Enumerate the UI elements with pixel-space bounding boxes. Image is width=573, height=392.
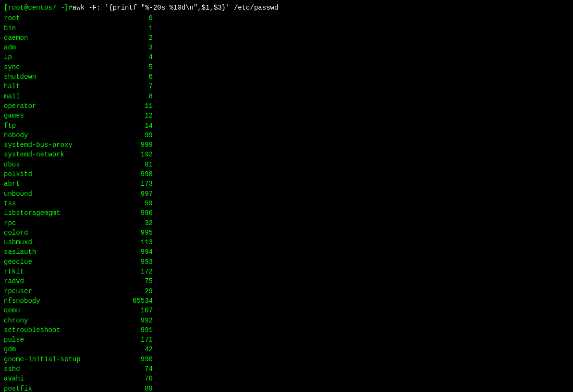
data-table: root0bin1daemon2adm3lp4sync5shutdown6hal…: [4, 13, 569, 392]
row-name: libstoragemgmt: [4, 208, 114, 218]
table-row: dbus81: [4, 160, 167, 169]
row-name: tss: [4, 199, 114, 208]
row-uid: 74: [114, 364, 153, 374]
table-row: rtkit172: [4, 267, 167, 276]
table-row: nfsnobody65534: [4, 296, 167, 306]
table-row: sync5: [4, 62, 167, 72]
row-name: abrt: [4, 179, 114, 189]
row-uid: 192: [114, 150, 153, 159]
row-uid: 7: [114, 82, 153, 91]
row-name: colord: [4, 228, 114, 238]
table-row: rpc32: [4, 218, 167, 228]
row-name: bin: [4, 24, 114, 33]
row-uid: 2: [114, 33, 153, 43]
prompt-user: root: [8, 4, 24, 12]
table-row: nobody99: [4, 131, 167, 140]
row-name: dbus: [4, 160, 114, 169]
row-uid: 171: [114, 335, 153, 344]
row-name: rpc: [4, 218, 114, 228]
table-row: setroubleshoot991: [4, 325, 167, 335]
prompt-line: [root@centos7 ~]#awk -F: '{printf "%-20s…: [4, 3, 569, 12]
row-uid: 32: [114, 218, 153, 228]
table-row: mail8: [4, 92, 167, 101]
row-uid: 29: [114, 286, 153, 296]
row-uid: 81: [114, 160, 153, 169]
table-row: root0: [4, 13, 167, 23]
table-row: tss59: [4, 199, 167, 208]
table-row: geoclue993: [4, 257, 167, 267]
row-name: systemd-network: [4, 150, 114, 159]
table-row: pulse171: [4, 335, 167, 344]
table-row: bin1: [4, 24, 167, 33]
row-name: rpcuser: [4, 286, 114, 296]
row-uid: 173: [114, 179, 153, 189]
row-uid: 1: [114, 24, 153, 33]
row-uid: 70: [114, 374, 153, 383]
row-uid: 14: [114, 121, 153, 131]
table-row: shutdown6: [4, 72, 167, 82]
table-row: systemd-bus-proxy999: [4, 140, 167, 150]
row-uid: 113: [114, 238, 153, 247]
table-row: daemon2: [4, 33, 167, 43]
table-row: gnome-initial-setup990: [4, 355, 167, 364]
row-uid: 0: [114, 13, 153, 23]
row-name: geoclue: [4, 257, 114, 267]
table-row: avahi70: [4, 374, 167, 383]
row-name: polkitd: [4, 169, 114, 179]
prompt-command: awk -F: '{printf "%-20s %10d\n",$1,$3}' …: [73, 4, 278, 12]
row-name: gnome-initial-setup: [4, 355, 114, 364]
row-name: operator: [4, 101, 114, 111]
row-uid: 8: [114, 92, 153, 101]
row-uid: 6: [114, 72, 153, 82]
row-uid: 11: [114, 101, 153, 111]
row-name: systemd-bus-proxy: [4, 140, 114, 150]
row-uid: 65534: [114, 296, 153, 306]
row-name: halt: [4, 82, 114, 91]
row-uid: 990: [114, 355, 153, 364]
row-name: adm: [4, 43, 114, 52]
row-name: root: [4, 13, 114, 23]
row-name: radvd: [4, 276, 114, 286]
row-name: shutdown: [4, 72, 114, 82]
prompt-host: centos7: [28, 4, 56, 12]
row-uid: 998: [114, 169, 153, 179]
table-row: usbmuxd113: [4, 238, 167, 247]
row-uid: 89: [114, 384, 153, 392]
row-uid: 996: [114, 208, 153, 218]
table-row: adm3: [4, 43, 167, 52]
row-uid: 99: [114, 131, 153, 140]
row-name: games: [4, 111, 114, 120]
table-row: polkitd998: [4, 169, 167, 179]
row-name: sync: [4, 62, 114, 72]
table-row: games12: [4, 111, 167, 120]
table-row: postfix89: [4, 384, 167, 392]
row-name: gdm: [4, 344, 114, 354]
table-row: radvd75: [4, 276, 167, 286]
row-name: postfix: [4, 384, 114, 392]
row-name: lp: [4, 52, 114, 62]
row-uid: 994: [114, 247, 153, 257]
terminal-window: [root@centos7 ~]#awk -F: '{printf "%-20s…: [0, 0, 573, 392]
row-name: daemon: [4, 33, 114, 43]
table-row: lp4: [4, 52, 167, 62]
prompt-hash: #: [68, 4, 72, 12]
table-row: saslauth994: [4, 247, 167, 257]
row-name: nobody: [4, 131, 114, 140]
row-uid: 75: [114, 276, 153, 286]
row-name: avahi: [4, 374, 114, 383]
row-uid: 999: [114, 140, 153, 150]
row-name: pulse: [4, 335, 114, 344]
row-name: chrony: [4, 316, 114, 325]
row-uid: 997: [114, 189, 153, 199]
row-uid: 42: [114, 344, 153, 354]
row-uid: 59: [114, 199, 153, 208]
row-uid: 3: [114, 43, 153, 52]
table-row: libstoragemgmt996: [4, 208, 167, 218]
table-row: systemd-network192: [4, 150, 167, 159]
row-uid: 12: [114, 111, 153, 120]
table-row: chrony992: [4, 316, 167, 325]
row-name: usbmuxd: [4, 238, 114, 247]
prompt-path: ~: [56, 4, 64, 12]
table-row: colord995: [4, 228, 167, 238]
table-row: rpcuser29: [4, 286, 167, 296]
